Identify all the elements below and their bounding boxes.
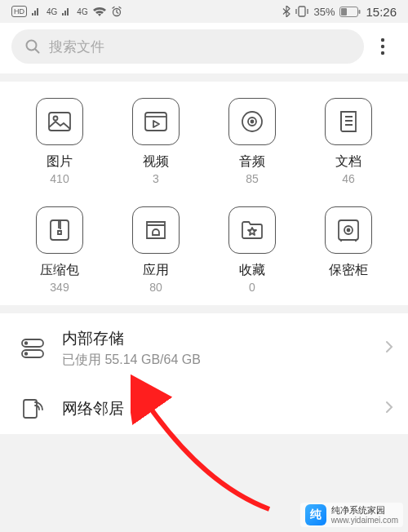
- wifi-icon: [93, 7, 106, 16]
- storage-usage: 已使用 55.14 GB/64 GB: [62, 352, 385, 369]
- network-icon: [18, 398, 47, 419]
- search-icon: [24, 38, 41, 55]
- category-archives[interactable]: 压缩包 349: [11, 206, 108, 294]
- category-count: 349: [50, 281, 69, 294]
- svg-point-7: [381, 45, 384, 48]
- clock-time: 15:26: [366, 5, 397, 19]
- watermark-name: 纯净系统家园: [331, 505, 398, 516]
- svg-rect-3: [359, 10, 361, 14]
- category-safe[interactable]: 保密柜: [300, 206, 397, 294]
- storage-title: 内部存储: [62, 328, 385, 349]
- status-bar: HD 4G 4G 35% 15:26: [0, 0, 408, 23]
- category-label: 图片: [47, 153, 73, 171]
- svg-point-5: [27, 41, 37, 51]
- image-icon: [36, 98, 83, 145]
- safe-icon: [325, 206, 372, 254]
- category-label: 收藏: [239, 262, 265, 279]
- search-input[interactable]: 搜索文件: [11, 29, 364, 64]
- svg-rect-9: [49, 113, 70, 131]
- category-videos[interactable]: 视频 3: [108, 98, 204, 185]
- svg-point-14: [251, 121, 254, 123]
- signal-2-icon: [62, 7, 72, 16]
- svg-rect-4: [341, 8, 347, 16]
- category-label: 保密柜: [329, 262, 368, 279]
- document-icon: [325, 98, 372, 145]
- watermark-url: www.yidaimei.com: [331, 516, 398, 525]
- watermark-logo-icon: 纯: [305, 504, 326, 525]
- signal-1-icon: [32, 7, 42, 16]
- category-count: 85: [246, 172, 259, 185]
- battery-icon: [339, 7, 361, 17]
- category-label: 视频: [143, 153, 169, 171]
- category-label: 文档: [335, 153, 361, 171]
- internal-storage-item[interactable]: 内部存储 已使用 55.14 GB/64 GB: [0, 313, 408, 383]
- category-count: 46: [342, 172, 355, 185]
- status-right: 35% 15:26: [282, 5, 397, 19]
- vibrate-icon: [295, 6, 308, 17]
- chevron-right-icon: [385, 340, 393, 357]
- video-icon: [132, 98, 180, 145]
- svg-point-18: [348, 229, 350, 232]
- status-left: HD 4G 4G: [11, 6, 122, 17]
- storage-section: 内部存储 已使用 55.14 GB/64 GB 网络邻居: [0, 313, 408, 434]
- svg-rect-15: [51, 220, 69, 240]
- audio-icon: [228, 98, 276, 145]
- category-documents[interactable]: 文档 46: [300, 98, 397, 185]
- favorites-icon: [228, 206, 276, 254]
- svg-point-22: [25, 352, 28, 355]
- storage-icon: [18, 338, 47, 359]
- svg-point-8: [381, 51, 384, 55]
- archive-icon: [36, 206, 83, 254]
- chevron-right-icon: [385, 401, 393, 417]
- category-count: 80: [149, 281, 162, 294]
- hd-badge-icon: HD: [11, 6, 27, 17]
- category-favorites[interactable]: 收藏 0: [204, 206, 300, 294]
- category-label: 压缩包: [40, 262, 79, 279]
- category-apps[interactable]: 应用 80: [108, 206, 204, 294]
- category-count: 3: [153, 172, 159, 185]
- svg-rect-1: [299, 7, 305, 16]
- watermark: 纯 纯净系统家园 www.yidaimei.com: [300, 503, 403, 527]
- more-vertical-icon: [380, 38, 385, 55]
- category-count: 0: [249, 281, 255, 294]
- category-images[interactable]: 图片 410: [11, 98, 108, 185]
- category-label: 音频: [239, 153, 265, 171]
- svg-point-10: [54, 117, 58, 121]
- battery-percent: 35%: [313, 6, 335, 18]
- alarm-icon: [111, 6, 122, 17]
- signal-1-label: 4G: [47, 7, 57, 16]
- svg-point-6: [381, 38, 384, 42]
- signal-2-label: 4G: [77, 7, 87, 16]
- svg-point-21: [25, 342, 28, 344]
- bluetooth-icon: [282, 6, 290, 17]
- category-count: 410: [50, 172, 69, 185]
- category-grid: 图片 410 视频 3 音频 85 文档 46 压缩包 349 应用 80: [0, 82, 408, 305]
- search-placeholder: 搜索文件: [49, 38, 104, 56]
- apps-icon: [132, 206, 180, 254]
- network-title: 网络邻居: [62, 398, 385, 419]
- category-audio[interactable]: 音频 85: [204, 98, 300, 185]
- category-label: 应用: [143, 262, 169, 279]
- search-row: 搜索文件: [0, 23, 408, 73]
- more-button[interactable]: [369, 29, 397, 64]
- network-neighbors-item[interactable]: 网络邻居: [0, 383, 408, 434]
